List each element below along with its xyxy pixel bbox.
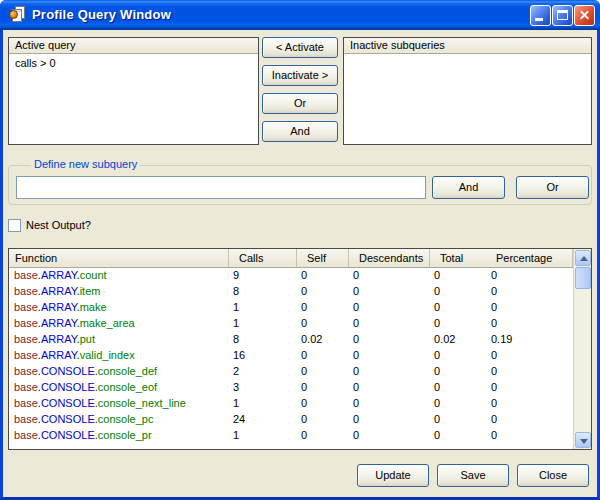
inactive-subqueries-header: Inactive subqueries	[344, 38, 591, 54]
descendants-cell: 0	[348, 364, 429, 380]
descendants-cell: 0	[348, 428, 429, 444]
percentage-cell: 0	[486, 348, 573, 364]
table-header: Function Calls Self Descendants Total Pe…	[9, 249, 573, 268]
table-row[interactable]: base.CONSOLE.console_def20000	[9, 364, 573, 380]
active-query-list[interactable]: calls > 0	[9, 54, 258, 69]
function-name-cell: base.ARRAY.valid_index	[9, 348, 228, 364]
nest-output-checkbox[interactable]: Nest Output?	[8, 218, 91, 232]
profile-ball-icon	[9, 10, 18, 19]
calls-cell: 8	[228, 284, 296, 300]
function-name-cell: base.CONSOLE.console_pr	[9, 428, 228, 444]
self-cell: 0.02	[296, 332, 348, 348]
active-query-panel: Active query calls > 0	[8, 37, 259, 145]
client-area: Active query calls > 0 < Activate Inacti…	[3, 30, 597, 497]
descendants-cell: 0	[348, 412, 429, 428]
self-cell: 0	[296, 348, 348, 364]
minimize-icon	[535, 18, 543, 21]
column-header-percentage[interactable]: Percentage	[486, 249, 573, 267]
column-header-function[interactable]: Function	[9, 249, 228, 267]
inactivate-button[interactable]: Inactivate >	[262, 65, 338, 86]
percentage-cell: 0	[486, 364, 573, 380]
scroll-down-button[interactable]	[575, 432, 591, 448]
results-table: Function Calls Self Descendants Total Pe…	[8, 248, 592, 450]
maximize-button[interactable]	[552, 5, 573, 26]
function-name-cell: base.CONSOLE.console_def	[9, 364, 228, 380]
descendants-cell: 0	[348, 316, 429, 332]
self-cell: 0	[296, 412, 348, 428]
function-name-cell: base.CONSOLE.console_pc	[9, 412, 228, 428]
descendants-cell: 0	[348, 300, 429, 316]
self-cell: 0	[296, 364, 348, 380]
scroll-up-icon	[580, 256, 588, 261]
calls-cell: 8	[228, 332, 296, 348]
titlebar[interactable]: Profile Query Window	[0, 0, 600, 30]
function-name-cell: base.ARRAY.item	[9, 284, 228, 300]
column-header-descendants[interactable]: Descendants	[348, 249, 429, 267]
column-header-self[interactable]: Self	[296, 249, 348, 267]
save-button[interactable]: Save	[437, 464, 509, 487]
update-button[interactable]: Update	[357, 464, 429, 487]
table-row[interactable]: base.ARRAY.item80000	[9, 284, 573, 300]
total-cell: 0	[429, 428, 486, 444]
calls-cell: 3	[228, 380, 296, 396]
profile-query-window: Profile Query Window Active query calls …	[0, 0, 600, 500]
percentage-cell: 0	[486, 412, 573, 428]
table-row[interactable]: base.ARRAY.make_area10000	[9, 316, 573, 332]
table-row[interactable]: base.CONSOLE.console_pr10000	[9, 428, 573, 444]
total-cell: 0	[429, 380, 486, 396]
subquery-input[interactable]	[16, 176, 426, 199]
application-icon[interactable]	[9, 6, 26, 23]
descendants-cell: 0	[348, 332, 429, 348]
table-row[interactable]: base.ARRAY.valid_index160000	[9, 348, 573, 364]
table-row[interactable]: base.ARRAY.make10000	[9, 300, 573, 316]
and-combine-button[interactable]: And	[262, 121, 338, 142]
scroll-up-button[interactable]	[575, 250, 591, 266]
calls-cell: 9	[228, 268, 296, 284]
percentage-cell: 0	[486, 300, 573, 316]
column-header-total[interactable]: Total	[429, 249, 486, 267]
window-title: Profile Query Window	[32, 0, 171, 30]
percentage-cell: 0	[486, 268, 573, 284]
column-header-calls[interactable]: Calls	[228, 249, 296, 267]
self-cell: 0	[296, 284, 348, 300]
self-cell: 0	[296, 396, 348, 412]
activate-button[interactable]: < Activate	[262, 37, 338, 58]
minimize-button[interactable]	[530, 5, 551, 26]
calls-cell: 1	[228, 300, 296, 316]
percentage-cell: 0	[486, 428, 573, 444]
close-dialog-button[interactable]: Close	[517, 464, 589, 487]
calls-cell: 24	[228, 412, 296, 428]
total-cell: 0.02	[429, 332, 486, 348]
percentage-cell: 0	[486, 396, 573, 412]
calls-cell: 1	[228, 428, 296, 444]
self-cell: 0	[296, 428, 348, 444]
total-cell: 0	[429, 364, 486, 380]
checkbox-icon[interactable]	[8, 219, 21, 232]
descendants-cell: 0	[348, 284, 429, 300]
table-row[interactable]: base.CONSOLE.console_eof30000	[9, 380, 573, 396]
vertical-scrollbar[interactable]	[573, 249, 591, 449]
scrollbar-thumb[interactable]	[575, 267, 591, 289]
calls-cell: 16	[228, 348, 296, 364]
percentage-cell: 0	[486, 284, 573, 300]
function-name-cell: base.ARRAY.put	[9, 332, 228, 348]
active-query-header: Active query	[9, 38, 258, 54]
table-row[interactable]: base.ARRAY.count90000	[9, 268, 573, 284]
calls-cell: 1	[228, 316, 296, 332]
total-cell: 0	[429, 348, 486, 364]
subquery-and-button[interactable]: And	[432, 176, 505, 199]
scroll-down-icon	[580, 439, 588, 444]
close-button[interactable]	[574, 5, 595, 26]
descendants-cell: 0	[348, 396, 429, 412]
table-row[interactable]: base.ARRAY.put80.0200.020.19	[9, 332, 573, 348]
function-name-cell: base.ARRAY.count	[9, 268, 228, 284]
table-row[interactable]: base.CONSOLE.console_pc240000	[9, 412, 573, 428]
descendants-cell: 0	[348, 268, 429, 284]
or-combine-button[interactable]: Or	[262, 93, 338, 114]
table-row[interactable]: base.CONSOLE.console_next_line10000	[9, 396, 573, 412]
subquery-or-button[interactable]: Or	[516, 176, 589, 199]
active-query-item[interactable]: calls > 0	[9, 54, 258, 69]
calls-cell: 1	[228, 396, 296, 412]
calls-cell: 2	[228, 364, 296, 380]
self-cell: 0	[296, 300, 348, 316]
